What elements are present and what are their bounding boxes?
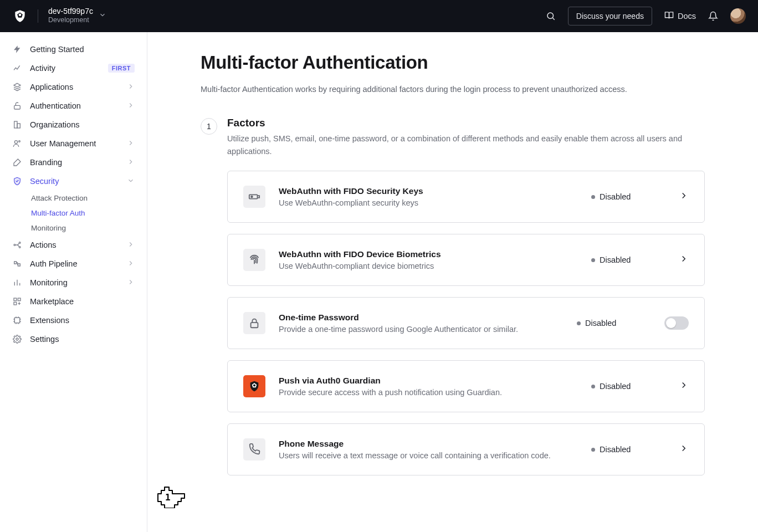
plugin-icon <box>12 315 22 325</box>
chevron-right-icon <box>127 139 135 149</box>
factor-card-webauthn-keys[interactable]: WebAuthn with FIDO Security Keys Use Web… <box>227 171 705 223</box>
factor-card-webauthn-biometrics[interactable]: WebAuthn with FIDO Device Biometrics Use… <box>227 234 705 286</box>
factor-title: Push via Auth0 Guardian <box>279 376 578 386</box>
security-key-icon <box>243 186 265 208</box>
sidebar-item-extensions[interactable]: Extensions <box>0 311 147 330</box>
tenant-switcher[interactable]: dev-5tf99p7c Development <box>48 7 106 25</box>
subnav-attack-protection[interactable]: Attack Protection <box>31 191 147 206</box>
chevron-down-icon <box>127 177 135 186</box>
factor-desc: Provide a one-time password using Google… <box>279 325 564 334</box>
page-title: Multi-factor Authentication <box>201 52 705 73</box>
sidebar-item-getting-started[interactable]: Getting Started <box>0 40 147 59</box>
svg-rect-17 <box>251 323 258 328</box>
sidebar-item-authentication[interactable]: Authentication <box>0 96 147 115</box>
bell-icon[interactable] <box>708 11 718 21</box>
chevron-right-icon <box>679 254 689 266</box>
discuss-button-label: Discuss your needs <box>576 12 644 21</box>
chevron-right-icon <box>127 259 135 269</box>
svg-rect-10 <box>14 298 17 301</box>
sidebar-item-auth-pipeline[interactable]: Auth Pipeline <box>0 254 147 273</box>
discuss-button[interactable]: Discuss your needs <box>568 7 652 25</box>
tenant-env: Development <box>48 16 93 25</box>
grid-plus-icon <box>12 296 22 306</box>
svg-point-18 <box>253 385 255 387</box>
sidebar-item-user-management[interactable]: User Management <box>0 134 147 153</box>
chevron-right-icon <box>679 380 689 392</box>
sidebar-item-marketplace[interactable]: Marketplace <box>0 292 147 311</box>
svg-point-0 <box>19 13 22 16</box>
sidebar-item-label: Organizations <box>30 120 135 129</box>
svg-rect-11 <box>18 298 21 301</box>
sidebar-item-actions[interactable]: Actions <box>0 236 147 254</box>
status-dot-icon <box>591 448 595 452</box>
chevron-right-icon <box>679 443 689 456</box>
sidebar-item-label: Actions <box>30 241 119 249</box>
sidebar-item-label: Applications <box>30 83 119 91</box>
docs-link[interactable]: Docs <box>664 11 696 22</box>
subnav-monitoring[interactable]: Monitoring <box>31 221 147 236</box>
sidebar-item-label: Auth Pipeline <box>30 259 119 268</box>
factor-desc: Provide secure access with a push notifi… <box>279 388 578 397</box>
svg-rect-12 <box>14 302 17 305</box>
sidebar-item-applications[interactable]: Applications <box>0 78 147 96</box>
section-factors: 1 Factors Utilize push, SMS, email, one-… <box>201 117 705 487</box>
chevron-right-icon <box>127 241 135 250</box>
chevron-right-icon <box>127 101 135 111</box>
section-description: Utilize push, SMS, email, one-time passw… <box>227 132 705 157</box>
phone-icon <box>243 438 265 461</box>
svg-point-6 <box>19 141 21 142</box>
sidebar-item-organizations[interactable]: Organizations <box>0 115 147 134</box>
users-icon <box>12 139 22 149</box>
main-content: Multi-factor Authentication Multi-factor… <box>147 32 758 532</box>
status-badge: Disabled <box>591 192 652 201</box>
divider <box>38 9 38 23</box>
svg-point-16 <box>251 196 253 198</box>
factor-title: One-time Password <box>279 313 564 323</box>
search-icon[interactable] <box>546 11 556 21</box>
section-title: Factors <box>227 117 705 129</box>
brush-icon <box>12 157 22 167</box>
status-text: Disabled <box>585 319 616 328</box>
bolt-icon <box>12 44 22 54</box>
tenant-name: dev-5tf99p7c <box>48 7 93 16</box>
factor-card-otp[interactable]: One-time Password Provide a one-time pas… <box>227 297 705 349</box>
status-badge: Disabled <box>591 382 652 391</box>
subnav-multi-factor-auth[interactable]: Multi-factor Auth <box>31 206 147 221</box>
status-text: Disabled <box>600 192 631 201</box>
factor-card-phone-message[interactable]: Phone Message Users will receive a text … <box>227 423 705 475</box>
status-badge: Disabled <box>577 319 638 328</box>
svg-point-14 <box>16 338 18 340</box>
sidebar-item-activity[interactable]: Activity FIRST <box>0 59 147 78</box>
svg-rect-3 <box>14 121 17 128</box>
sidebar-item-settings[interactable]: Settings <box>0 330 147 349</box>
avatar[interactable] <box>730 8 746 24</box>
page-description: Multi-factor Authentication works by req… <box>201 83 705 96</box>
sidebar-item-label: Branding <box>30 158 119 167</box>
lock-open-icon <box>12 101 22 111</box>
factor-desc: Use WebAuthn-compliant device biometrics <box>279 262 578 270</box>
gear-icon <box>12 334 22 344</box>
auth0-logo-icon[interactable] <box>12 8 28 24</box>
svg-rect-4 <box>17 124 20 128</box>
otp-toggle[interactable] <box>664 316 689 330</box>
docs-label: Docs <box>678 12 696 21</box>
sidebar: Getting Started Activity FIRST Applicati… <box>0 32 147 532</box>
flow-icon <box>12 240 22 250</box>
svg-point-8 <box>19 242 21 244</box>
sidebar-item-label: Settings <box>30 335 135 344</box>
chevron-right-icon <box>127 278 135 288</box>
stack-icon <box>12 82 22 92</box>
sidebar-item-label: Security <box>30 177 119 186</box>
status-text: Disabled <box>600 255 631 264</box>
lock-icon <box>243 312 265 334</box>
svg-point-1 <box>547 13 554 19</box>
sidebar-item-label: User Management <box>30 139 119 148</box>
sidebar-item-monitoring[interactable]: Monitoring <box>0 273 147 292</box>
sidebar-item-branding[interactable]: Branding <box>0 153 147 172</box>
topbar: dev-5tf99p7c Development Discuss your ne… <box>0 0 758 32</box>
security-subnav: Attack Protection Multi-factor Auth Moni… <box>0 191 147 236</box>
sidebar-item-security[interactable]: Security <box>0 172 147 191</box>
chevron-right-icon <box>127 83 135 92</box>
factor-card-guardian[interactable]: Push via Auth0 Guardian Provide secure a… <box>227 360 705 412</box>
status-badge: Disabled <box>591 445 652 454</box>
